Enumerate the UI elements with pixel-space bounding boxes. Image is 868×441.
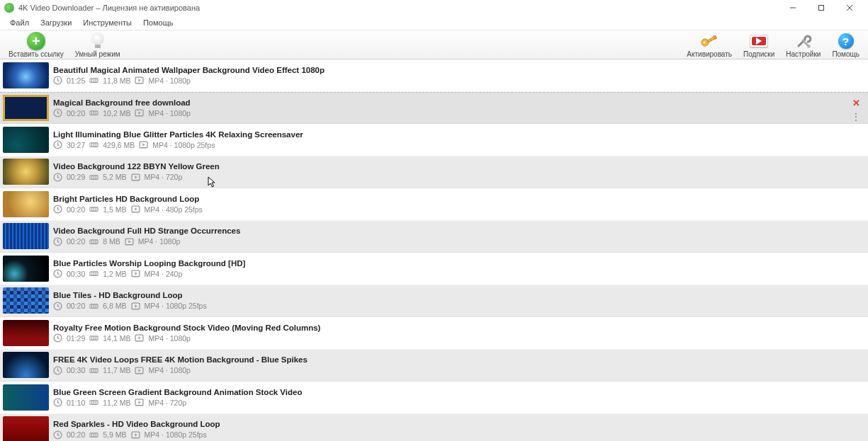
settings-button[interactable]: Настройки (780, 30, 826, 58)
clock-icon (53, 431, 62, 439)
size-icon (89, 76, 98, 84)
item-duration: 01:25 (67, 76, 85, 85)
item-format: MP4 · 1080p (138, 237, 181, 246)
size-icon (89, 205, 98, 213)
clock-icon (53, 399, 62, 406)
item-info: Blue Green Screen Gradient Background An… (53, 388, 864, 407)
list-item[interactable]: Bright Particles HD Background Loop00:20… (0, 188, 868, 221)
size-icon (89, 109, 98, 117)
item-title: Beautiful Magical Animated Wallpaper Bac… (53, 66, 864, 74)
item-meta: 00:3011,7 MBMP4 · 1080p (53, 366, 864, 374)
list-item[interactable]: Video Background 122 BBYN Yellow Green00… (0, 156, 868, 189)
item-format: MP4 · 1080p 25fps (145, 302, 207, 310)
clock-icon (53, 205, 62, 213)
menubar: Файл Загрузки Инструменты Помощь (0, 16, 868, 30)
menu-tools[interactable]: Инструменты (77, 17, 137, 28)
list-item[interactable]: Beautiful Magical Animated Wallpaper Bac… (0, 59, 868, 92)
size-icon (89, 173, 98, 181)
item-meta: 00:2010,2 MBMP4 · 1080p (53, 109, 864, 118)
more-button[interactable]: ⋮ (851, 112, 861, 122)
svg-point-5 (704, 41, 706, 43)
format-icon (135, 399, 144, 406)
format-icon (135, 367, 144, 374)
format-icon (135, 109, 144, 117)
maximize-button[interactable] (807, 0, 835, 16)
app-icon (4, 3, 14, 13)
item-meta: 00:295,2 MBMP4 · 720p (53, 173, 864, 181)
item-duration: 30:27 (67, 141, 85, 149)
tools-icon (795, 32, 812, 50)
size-icon (89, 302, 98, 310)
close-button[interactable] (835, 0, 864, 16)
list-item[interactable]: Light Illuminating Blue Glitter Particle… (0, 124, 868, 156)
format-icon (131, 205, 140, 213)
menu-file[interactable]: Файл (4, 17, 35, 28)
item-size: 11,7 MB (103, 366, 130, 374)
list-item[interactable]: Blue Particles Worship Looping Backgroun… (0, 253, 868, 285)
thumbnail (3, 159, 49, 185)
item-title: Blue Tiles - HD Background Loop (53, 291, 864, 299)
clock-icon (53, 173, 62, 181)
item-title: Royalty Free Motion Background Stock Vid… (53, 323, 864, 332)
list-item[interactable]: Royalty Free Motion Background Stock Vid… (0, 317, 868, 350)
settings-label: Настройки (786, 50, 821, 58)
list-item[interactable]: Magical Background free download00:2010,… (0, 92, 868, 125)
list-item[interactable]: Blue Green Screen Gradient Background An… (0, 382, 868, 414)
list-item[interactable]: Video Background Full HD Strange Occurre… (0, 221, 868, 253)
list-item[interactable]: Red Sparkles - HD Video Background Loop0… (0, 414, 868, 442)
activate-label: Активировать (687, 50, 732, 58)
thumbnail (3, 62, 49, 88)
thumbnail (3, 223, 49, 249)
list-item[interactable]: FREE 4K Video Loops FREE 4K Motion Backg… (0, 350, 868, 382)
remove-button[interactable]: ✕ (852, 98, 860, 108)
plus-icon: + (27, 32, 45, 50)
activate-button[interactable]: Активировать (681, 30, 738, 58)
smart-mode-button[interactable]: Умный режим (69, 30, 126, 58)
toolbar: + Вставить ссылку Умный режим Активирова… (0, 30, 868, 59)
item-info: Red Sparkles - HD Video Background Loop0… (53, 420, 864, 439)
subscriptions-label: Подписки (743, 50, 774, 58)
thumbnail (3, 127, 49, 153)
titlebar: 4K Video Downloader – Лицензия не активи… (0, 0, 868, 16)
clock-icon (53, 367, 62, 374)
paste-link-button[interactable]: + Вставить ссылку (3, 30, 69, 58)
item-duration: 00:20 (67, 205, 85, 214)
item-format: MP4 · 1080p (148, 366, 191, 374)
item-format: MP4 · 1080p (148, 109, 191, 118)
item-info: Video Background Full HD Strange Occurre… (53, 227, 864, 246)
item-meta: 00:301,2 MBMP4 · 240p (53, 270, 864, 278)
help-label: Помощь (832, 50, 859, 58)
item-size: 429,6 MB (103, 141, 135, 149)
item-info: Light Illuminating Blue Glitter Particle… (53, 130, 864, 149)
clock-icon (53, 141, 62, 149)
clock-icon (53, 238, 62, 246)
minimize-button[interactable] (779, 0, 807, 16)
window-controls (779, 0, 864, 16)
item-format: MP4 · 1080p 25fps (152, 141, 215, 149)
thumbnail (3, 384, 49, 411)
smart-mode-label: Умный режим (75, 50, 120, 58)
clock-icon (53, 302, 62, 310)
subscriptions-button[interactable]: Подписки (738, 30, 780, 58)
format-icon (125, 238, 134, 246)
item-duration: 00:20 (67, 109, 85, 118)
help-button[interactable]: ? Помощь (826, 30, 865, 58)
thumbnail (3, 287, 49, 314)
format-icon (135, 334, 144, 342)
menu-downloads[interactable]: Загрузки (35, 17, 77, 28)
item-title: Light Illuminating Blue Glitter Particle… (53, 130, 864, 139)
list-item[interactable]: Blue Tiles - HD Background Loop00:206,8 … (0, 285, 868, 318)
item-meta: 00:206,8 MBMP4 · 1080p 25fps (53, 302, 864, 310)
item-info: Magical Background free download00:2010,… (53, 98, 864, 118)
thumbnail (3, 256, 49, 282)
menu-help[interactable]: Помощь (137, 17, 179, 28)
key-icon (699, 32, 719, 50)
item-meta: 00:201,5 MBMP4 · 480p 25fps (53, 205, 864, 214)
item-title: Blue Green Screen Gradient Background An… (53, 388, 864, 396)
size-icon (89, 431, 98, 439)
item-size: 11,2 MB (103, 399, 130, 407)
item-meta: 01:2511,8 MBMP4 · 1080p (53, 76, 864, 85)
clock-icon (53, 270, 62, 277)
thumbnail (3, 191, 49, 217)
item-info: Bright Particles HD Background Loop00:20… (53, 195, 864, 214)
